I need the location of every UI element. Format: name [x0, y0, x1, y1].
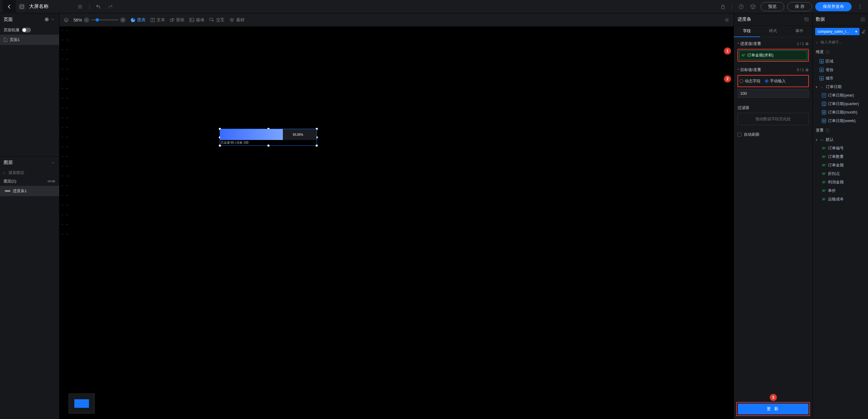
layers-search-input[interactable]: [0, 169, 59, 177]
add-page-icon[interactable]: [43, 17, 50, 23]
radio-manual[interactable]: 手动输入: [765, 78, 786, 84]
field-discount[interactable]: Nº折扣点: [813, 170, 868, 178]
info-icon[interactable]: i: [826, 50, 830, 54]
annotation-marker-1: 1: [724, 48, 731, 54]
field-default-group[interactable]: ▾▭默认: [813, 136, 868, 144]
tab-event[interactable]: 事件: [786, 26, 812, 37]
tool-shape[interactable]: 形状: [170, 17, 185, 23]
carousel-switch[interactable]: [22, 28, 31, 32]
field-date-quarter[interactable]: Q订单日期(quarter): [813, 99, 868, 108]
star-icon[interactable]: [76, 3, 84, 10]
layer-collapse-icon[interactable]: [48, 179, 51, 183]
tab-field[interactable]: 字段: [734, 26, 760, 37]
info-icon[interactable]: i: [826, 128, 830, 132]
separator: [89, 4, 90, 9]
update-button[interactable]: 更 新: [738, 403, 808, 414]
number-icon: Nº: [822, 154, 826, 159]
field-province[interactable]: ⊕省份: [813, 66, 868, 74]
collapse-layers-icon[interactable]: [50, 160, 56, 165]
search-icon: ⌕: [3, 170, 5, 175]
redo-icon[interactable]: [106, 3, 115, 10]
field-order-amt[interactable]: Nº订单金额: [813, 161, 868, 170]
field-city[interactable]: ⊕城市: [813, 74, 868, 83]
tool-interact[interactable]: 交互: [209, 17, 225, 23]
back-button[interactable]: [2, 0, 16, 13]
search-icon: ⌕: [816, 40, 818, 44]
tool-media[interactable]: 媒体: [189, 17, 205, 23]
checkbox-icon[interactable]: [738, 133, 741, 137]
tool-chart[interactable]: 图表: [130, 17, 146, 23]
zoom-out-button[interactable]: −: [84, 17, 89, 23]
field-order-no[interactable]: Nº订单编号: [813, 144, 868, 152]
tool-text[interactable]: T文本: [151, 17, 165, 23]
radio-dynamic[interactable]: 动态字段: [740, 78, 761, 84]
auto-refresh-row[interactable]: 自动刷新: [734, 129, 812, 140]
canvas-viewport[interactable]: 65.00% 已达成 65 | 目标 100: [60, 27, 734, 419]
help-icon[interactable]: ?: [737, 3, 745, 10]
field-region[interactable]: ⊕区域: [813, 57, 868, 66]
chevron-down-icon[interactable]: ▾: [816, 138, 817, 142]
zoom-slider[interactable]: [91, 20, 118, 20]
canvas[interactable]: 65.00% 已达成 65 | 目标 100: [90, 27, 734, 397]
chevron-down-icon: ▾: [855, 29, 857, 34]
geo-icon: ⊕: [819, 59, 824, 63]
tool-material[interactable]: 素材: [229, 17, 245, 23]
props-menu-icon[interactable]: [805, 18, 809, 21]
progress-percent: 65.00%: [293, 133, 303, 136]
field-order-qty[interactable]: Nº订单数量: [813, 152, 868, 161]
field-date-month[interactable]: M订单日期(month): [813, 108, 868, 117]
field-date-week[interactable]: W订单日期(week): [813, 117, 868, 125]
field-settings-icon[interactable]: ⚙: [805, 68, 809, 72]
target-value-input[interactable]: [738, 89, 809, 98]
collapse-pages-icon[interactable]: [50, 17, 56, 22]
date-icon: Q: [822, 102, 826, 106]
cube-icon[interactable]: [748, 3, 757, 11]
page-thumbnail[interactable]: [69, 393, 95, 414]
zoom-in-button[interactable]: +: [120, 17, 126, 23]
zoom-value: 56%: [73, 18, 82, 23]
resize-handle[interactable]: [268, 145, 270, 147]
preview-button[interactable]: 预览: [761, 2, 784, 11]
edit-dataset-icon[interactable]: [861, 29, 866, 34]
annotation-box-3: 更 新: [736, 402, 810, 416]
field-settings-icon[interactable]: ⚙: [805, 41, 809, 46]
data-search-input[interactable]: [815, 39, 867, 46]
progress-fill: [220, 129, 283, 140]
tab-style[interactable]: 样式: [760, 26, 786, 37]
dataset-dropdown[interactable]: company_sales_r... ▾: [815, 28, 860, 35]
field-price[interactable]: Nº单价: [813, 186, 868, 195]
layers-count-label: 图层(1): [4, 179, 17, 184]
layers-stack-icon[interactable]: [64, 18, 69, 23]
layer-visible-icon[interactable]: [51, 180, 56, 183]
save-button[interactable]: 保 存: [787, 2, 812, 11]
svg-point-18: [726, 19, 728, 21]
number-icon: Nº: [822, 197, 826, 201]
props-title: 进度条: [738, 17, 751, 22]
field-profit[interactable]: Nº利润金额: [813, 178, 868, 186]
save-publish-button[interactable]: 保存并发布: [815, 2, 851, 11]
number-type-icon: Nº: [742, 54, 745, 57]
filter-dropzone[interactable]: 拖动数据字段至此处: [738, 113, 809, 125]
field-date-year[interactable]: Y订单日期(year): [813, 91, 868, 99]
resize-handle[interactable]: [219, 145, 221, 147]
undo-icon[interactable]: [94, 3, 103, 10]
layers-count-row[interactable]: 图层(1): [0, 177, 59, 186]
lock-icon[interactable]: [719, 3, 727, 10]
page-item-1[interactable]: 页面1: [0, 35, 59, 45]
resize-handle[interactable]: [316, 145, 318, 147]
progress-widget[interactable]: 65.00% 已达成 65 | 目标 100: [220, 129, 317, 146]
chevron-down-icon[interactable]: ▾: [816, 85, 817, 89]
page-carousel-row: 页面轮播: [0, 26, 59, 35]
field-shipping[interactable]: Nº运输成本: [813, 195, 868, 203]
more-menu-icon[interactable]: ⋮: [855, 2, 866, 11]
pages-header: 页面: [0, 13, 59, 26]
layer-item-progress[interactable]: 进度条1: [0, 186, 59, 196]
data-menu-icon[interactable]: [861, 18, 865, 21]
number-icon: Nº: [822, 180, 826, 184]
field-order-date-group[interactable]: ▾⛬订单日期: [813, 83, 868, 91]
number-icon: Nº: [822, 188, 826, 193]
svg-rect-1: [721, 6, 724, 9]
filter-title: 过滤器: [738, 105, 809, 111]
settings-icon[interactable]: [724, 18, 729, 23]
progress-field-pill[interactable]: Nº 订单金额(求和): [739, 51, 807, 60]
